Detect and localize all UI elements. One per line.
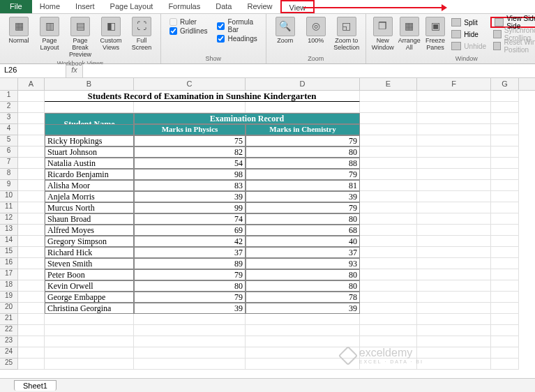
cell-name[interactable]: George Embappe [45,292,134,303]
hide-button[interactable]: Hide [449,29,489,40]
row-header[interactable]: 23 [0,336,18,347]
new-window-button[interactable]: ❐New Window [370,15,395,53]
full-screen-button[interactable]: ⛶Full Screen [127,15,156,53]
sheet-tab[interactable]: Sheet1 [14,380,56,391]
file-tab[interactable]: File [0,0,32,13]
cell-chemistry[interactable]: 39 [246,191,360,202]
row-header[interactable]: 12 [0,213,18,225]
formulabar-checkbox[interactable]: Formula Bar [217,18,257,33]
split-button[interactable]: Split [449,17,489,28]
cell-physics[interactable]: 83 [134,180,246,191]
row-header[interactable]: 3 [0,113,18,124]
name-box[interactable]: L26 [0,64,66,77]
gridlines-checkbox[interactable]: Gridlines [169,27,207,35]
row-header[interactable]: 10 [0,191,18,202]
fx-icon[interactable]: fx [66,64,83,77]
col-header[interactable]: E [360,78,417,90]
row-header[interactable]: 22 [0,325,18,336]
freeze-panes-button[interactable]: ▣Freeze Panes [423,15,448,53]
row-header[interactable]: 1 [0,91,18,102]
row-header[interactable]: 5 [0,135,18,146]
row-header[interactable]: 25 [0,359,18,370]
row-header[interactable]: 13 [0,225,18,236]
cell-name[interactable]: Ricky Hopkings [45,135,134,146]
row-header[interactable]: 2 [0,102,18,113]
cell-physics[interactable]: 39 [134,191,246,202]
row-header[interactable]: 15 [0,247,18,258]
tab-data[interactable]: Data [208,0,239,13]
row-header[interactable]: 6 [0,146,18,158]
cell-physics[interactable]: 75 [134,135,246,146]
cell-name[interactable]: Alfred Moyes [45,225,134,236]
cell-name[interactable]: Richard Hick [45,247,134,258]
page-layout-button[interactable]: ▥Page Layout [35,15,64,53]
cell-physics[interactable]: 79 [134,292,246,303]
cell-chemistry[interactable]: 80 [246,269,360,280]
cell-chemistry[interactable]: 80 [246,213,360,225]
custom-views-button[interactable]: ◧Custom Views [96,15,126,53]
cell-chemistry[interactable]: 81 [246,180,360,191]
row-header[interactable]: 16 [0,258,18,269]
cell-chemistry[interactable]: 79 [246,202,360,213]
row-header[interactable]: 11 [0,202,18,213]
col-header[interactable]: C [134,78,246,90]
col-header[interactable]: A [18,78,45,90]
cell-name[interactable]: Stuart Johnson [45,146,134,158]
zoom-selection-button[interactable]: ◱Zoom to Selection [332,15,361,53]
cell-name[interactable]: Gregory Simpson [45,236,134,247]
cell-physics[interactable]: 69 [134,225,246,236]
zoom-100-button[interactable]: ◎100% [301,15,331,46]
cell-chemistry[interactable]: 93 [246,258,360,269]
headings-checkbox[interactable]: Headings [217,35,257,43]
col-header[interactable]: G [491,78,519,90]
reset-position-button[interactable]: Reset Window Position [490,40,535,52]
cell-name[interactable]: Anjela Morris [45,191,134,202]
cell-physics[interactable]: 89 [134,258,246,269]
cell-chemistry[interactable]: 88 [246,158,360,169]
arrange-all-button[interactable]: ▦Arrange All [397,15,422,53]
cell-name[interactable]: Peter Boon [45,269,134,280]
row-header[interactable]: 14 [0,236,18,247]
cell-physics[interactable]: 74 [134,213,246,225]
tab-formulas[interactable]: Formulas [160,0,208,13]
cell-physics[interactable]: 54 [134,158,246,169]
row-header[interactable]: 18 [0,280,18,292]
col-header[interactable]: B [45,78,134,90]
cell-name[interactable]: Steven Smith [45,258,134,269]
col-header[interactable]: D [246,78,360,90]
row-header[interactable]: 20 [0,303,18,314]
cell-name[interactable]: Ricardo Benjamin [45,169,134,180]
row-header[interactable]: 24 [0,347,18,359]
row-header[interactable]: 8 [0,169,18,180]
cell-physics[interactable]: 98 [134,169,246,180]
row-header[interactable]: 21 [0,314,18,325]
tab-pagelayout[interactable]: Page Layout [103,0,161,13]
row-header[interactable]: 7 [0,158,18,169]
cell-physics[interactable]: 79 [134,269,246,280]
row-header[interactable]: 9 [0,180,18,191]
cell-chemistry[interactable]: 79 [246,169,360,180]
cell-chemistry[interactable]: 80 [246,280,360,292]
cell-physics[interactable]: 82 [134,146,246,158]
cell-chemistry[interactable]: 78 [246,292,360,303]
cell-chemistry[interactable]: 40 [246,236,360,247]
cell-chemistry[interactable]: 39 [246,303,360,314]
cell-name[interactable]: Murcus North [45,202,134,213]
row-header[interactable]: 19 [0,292,18,303]
unhide-button[interactable]: Unhide [449,40,489,52]
row-header[interactable]: 4 [0,124,18,135]
ruler-checkbox[interactable]: Ruler [169,18,207,26]
select-all-corner[interactable] [0,78,18,90]
cell-physics[interactable]: 39 [134,303,246,314]
formula-input[interactable] [83,64,535,77]
cell-chemistry[interactable]: 79 [246,135,360,146]
cell-chemistry[interactable]: 68 [246,225,360,236]
cell-physics[interactable]: 80 [134,280,246,292]
page-break-button[interactable]: ▤Page Break Preview [66,15,95,60]
cell-name[interactable]: Natalia Austin [45,158,134,169]
tab-review[interactable]: Review [239,0,280,13]
cell-name[interactable]: Shaun Broad [45,213,134,225]
cell-chemistry[interactable]: 80 [246,146,360,158]
tab-home[interactable]: Home [32,0,68,13]
cell-physics[interactable]: 37 [134,247,246,258]
